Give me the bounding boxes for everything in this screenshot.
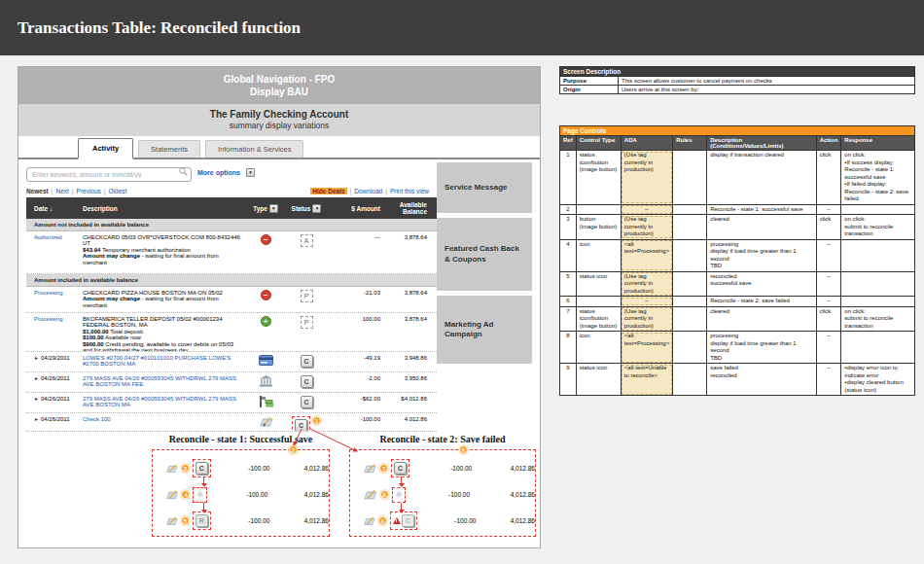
cleared-status-button[interactable]: C — [295, 419, 307, 432]
rules — [673, 239, 707, 271]
account-header: The Family Checking Account summary disp… — [18, 104, 540, 136]
check-pencil-icon — [258, 416, 273, 428]
callout-badge-9: 9 — [378, 516, 387, 525]
list-links-row: Newest | Next | Previous | Oldest Hide D… — [18, 185, 437, 197]
processing-spinner-icon: ✳ — [395, 490, 403, 500]
transaction-description: BKOFAMERICA TELLER DEPOSIT 05/02 #000012… — [83, 316, 246, 351]
amount: -100.00 — [230, 465, 270, 472]
transaction-state: Authorized — [26, 234, 83, 273]
page-controls-header: Ref Control Type ADA Rules Description (… — [560, 136, 915, 151]
status-cell: P — [285, 316, 328, 351]
next-link[interactable]: Next — [55, 188, 68, 194]
cleared-status-button[interactable]: C — [301, 396, 313, 408]
hide-deals-link[interactable]: Hide Deals — [310, 188, 346, 194]
type-cell — [246, 396, 285, 412]
screen-description-table: Screen Description Purpose This screen a… — [559, 66, 915, 94]
control-row: 5 status icon (Use tag currently in prod… — [560, 271, 915, 297]
response — [841, 271, 915, 297]
sort-down-icon[interactable]: ↓ — [50, 205, 53, 212]
status-cell: P — [285, 290, 328, 312]
more-options-dropdown-icon[interactable]: ▼ — [246, 168, 255, 177]
expand-arrow-icon[interactable]: ► — [34, 416, 39, 423]
callout-badge-4: 4 — [181, 490, 190, 499]
search-input[interactable] — [26, 167, 192, 182]
callout-badge-1: 1 — [312, 416, 321, 425]
transaction-description: LOWE'S #2700 04/27 #010101010 PURCHASE L… — [83, 355, 246, 371]
cleared-status-button[interactable]: C — [301, 375, 313, 388]
oldest-link[interactable]: Oldest — [109, 188, 127, 194]
plus-circle-icon: + — [261, 316, 271, 327]
expand-arrow-icon[interactable]: ► — [34, 355, 39, 362]
date-column-header[interactable]: Date↓ — [26, 205, 83, 212]
transaction-amount: --- — [328, 234, 380, 273]
response — [841, 297, 915, 307]
transaction-amount: -2.00 — [328, 375, 380, 392]
balance: 4,012.86 — [482, 491, 535, 498]
response: on click: •If success display: Reconcile… — [841, 151, 915, 205]
balance: 4,012.86 — [282, 517, 329, 524]
separator: | — [350, 188, 352, 194]
account-subtitle: summary display variations — [18, 121, 540, 131]
type-cell — [246, 416, 285, 431]
page-controls-table: Page Controls Ref Control Type ADA Rules… — [559, 125, 915, 396]
ref: 8 — [560, 332, 577, 364]
search-icon — [179, 167, 188, 176]
global-nav-line2: Display BAU — [18, 86, 540, 99]
action: – — [816, 239, 841, 271]
response — [841, 332, 915, 364]
separator: | — [52, 188, 53, 194]
page-controls-title: Page Controls — [560, 126, 915, 136]
reconciled-status-button: R — [195, 514, 208, 527]
status-cell: A — [285, 234, 328, 273]
status-cell: C — [285, 355, 328, 371]
ada: – — [621, 297, 672, 307]
transaction-state: Processing — [26, 290, 83, 312]
cleared-status-button[interactable]: C — [301, 355, 313, 368]
ref: 9 — [560, 364, 577, 396]
control-type: icon — [576, 332, 621, 364]
newest-link[interactable]: Newest — [26, 188, 49, 194]
response: on click: submit to reconcile transactio… — [841, 306, 915, 332]
separator: | — [72, 188, 74, 194]
state-row: 4 ✳ -100.00 4,012.86 — [153, 481, 329, 508]
response — [841, 239, 915, 271]
type-filter-icon[interactable]: ▼ — [269, 204, 278, 213]
transaction-balance: $4,012.86 — [380, 396, 431, 412]
control-row: 9 status icon <alt text=Unable to reconc… — [560, 364, 915, 396]
tab-activity[interactable]: Activity — [78, 138, 133, 159]
banking-ui-mockup: Global Navigation - FPO Display BAU The … — [18, 66, 541, 548]
state-row: 5 R -100.00 4,012.86 — [153, 508, 329, 534]
credit-card-icon — [259, 355, 273, 366]
action: – — [816, 271, 841, 297]
control-type: icon — [576, 239, 621, 271]
description: Reconcile - state 1: successful save — [707, 204, 816, 215]
action: – — [816, 332, 841, 364]
tab-information-services[interactable]: Information & Services — [205, 140, 303, 158]
account-title: The Family Checking Account — [18, 109, 540, 122]
previous-link[interactable]: Previous — [77, 188, 101, 194]
callout-badge-8: 8 — [380, 490, 389, 499]
balance-column-header: Available Balance — [380, 201, 431, 215]
section-included: Amount included in available balance — [26, 274, 437, 287]
control-type — [576, 204, 621, 215]
tab-statements[interactable]: Statements — [138, 140, 200, 158]
expand-arrow-icon[interactable]: ► — [34, 375, 39, 382]
download-link[interactable]: Download — [354, 188, 382, 194]
state-row: 7 C -100.00 4,012.86 — [350, 455, 535, 481]
main-row: More options ▼ Newest | Next | Previous … — [18, 159, 540, 432]
check-pencil-icon — [362, 489, 377, 501]
col-ada: ADA — [621, 136, 672, 151]
expand-arrow-icon[interactable]: ► — [34, 396, 39, 403]
print-view-link[interactable]: Print this view — [390, 188, 429, 194]
action: – — [816, 297, 841, 307]
status-filter-icon[interactable]: ▼ — [312, 204, 321, 213]
spec-page: Transactions Table: Reconciled function … — [0, 0, 924, 564]
tab-bar: Activity Statements Information & Servic… — [18, 136, 540, 159]
state1-title: Reconcile - state 1: Successful save — [152, 434, 330, 444]
amount: -100.00 — [230, 517, 270, 524]
global-nav-placeholder: Global Navigation - FPO Display BAU — [18, 67, 540, 104]
ref: 5 — [560, 271, 577, 297]
status-cell: C — [285, 375, 328, 392]
type-cell — [246, 375, 285, 392]
more-options-link[interactable]: More options — [197, 169, 240, 176]
